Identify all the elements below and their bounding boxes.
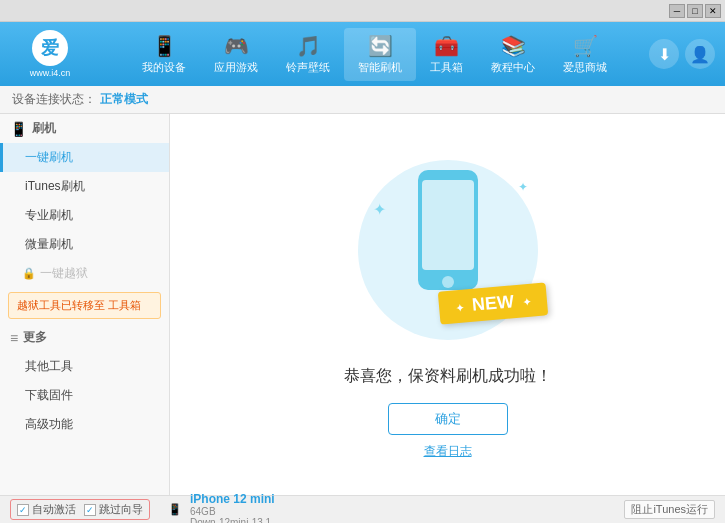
checkbox-skip-wizard-label: 跳过向导 — [99, 502, 143, 517]
checkbox-auto-start-box[interactable]: ✓ — [17, 504, 29, 516]
apps-games-icon: 🎮 — [224, 34, 249, 58]
nav-item-store[interactable]: 🛒 爱思商城 — [549, 28, 621, 81]
sidebar: 📱 刷机 一键刷机 iTunes刷机 专业刷机 微量刷机 🔒 一键越狱 越狱工具… — [0, 114, 170, 495]
logo-icon: 爱 — [32, 30, 68, 66]
success-message: 恭喜您，保资料刷机成功啦！ — [344, 366, 552, 387]
logo-url: www.i4.cn — [30, 68, 71, 78]
checkbox-skip-wizard-box[interactable]: ✓ — [84, 504, 96, 516]
status-label: 设备连接状态： — [12, 91, 96, 108]
sidebar-item-one-key-restore: 🔒 一键越狱 — [0, 259, 169, 288]
checkbox-skip-wizard[interactable]: ✓ 跳过向导 — [84, 502, 143, 517]
nav-label-tutorials: 教程中心 — [491, 60, 535, 75]
nav-item-my-device[interactable]: 📱 我的设备 — [128, 28, 200, 81]
sidebar-section-more-label: 更多 — [23, 329, 47, 346]
sidebar-item-other-tools[interactable]: 其他工具 — [0, 352, 169, 381]
download-button[interactable]: ⬇ — [649, 39, 679, 69]
sidebar-item-micro-flash[interactable]: 微量刷机 — [0, 230, 169, 259]
flash-section-icon: 📱 — [10, 121, 27, 137]
status-value: 正常模式 — [100, 91, 148, 108]
phone-svg — [413, 170, 483, 300]
sidebar-item-one-key-flash[interactable]: 一键刷机 — [0, 143, 169, 172]
svg-point-2 — [442, 276, 454, 288]
nav-label-toolbox: 工具箱 — [430, 60, 463, 75]
nav-label-my-device: 我的设备 — [142, 60, 186, 75]
device-phone-icon: 📱 — [168, 503, 182, 516]
maximize-button[interactable]: □ — [687, 4, 703, 18]
toolbox-icon: 🧰 — [434, 34, 459, 58]
device-storage: 64GB — [190, 506, 275, 517]
main-content: ✦ ✦ NEW 恭喜您，保资料刷机成功啦！ 确定 查看日志 — [170, 114, 725, 495]
nav-item-apps-games[interactable]: 🎮 应用游戏 — [200, 28, 272, 81]
itunes-button[interactable]: 阻止iTunes运行 — [624, 500, 715, 519]
nav-label-ringtones: 铃声壁纸 — [286, 60, 330, 75]
phone-illustration: ✦ ✦ NEW — [348, 150, 548, 350]
device-info: iPhone 12 mini 64GB Down-12mini-13,1 — [190, 492, 275, 524]
ringtones-icon: 🎵 — [296, 34, 321, 58]
nav-label-apps-games: 应用游戏 — [214, 60, 258, 75]
device-model: Down-12mini-13,1 — [190, 517, 275, 524]
sidebar-section-flash: 📱 刷机 — [0, 114, 169, 143]
sidebar-warning-box: 越狱工具已转移至 工具箱 — [8, 292, 161, 319]
user-button[interactable]: 👤 — [685, 39, 715, 69]
close-button[interactable]: ✕ — [705, 4, 721, 18]
checkbox-auto-start-label: 自动激活 — [32, 502, 76, 517]
nav-right: ⬇ 👤 — [649, 39, 715, 69]
title-bar: ─ □ ✕ — [0, 0, 725, 22]
sidebar-section-more: ≡ 更多 — [0, 323, 169, 352]
confirm-button[interactable]: 确定 — [388, 403, 508, 435]
sidebar-item-download-firmware[interactable]: 下载固件 — [0, 381, 169, 410]
sidebar-item-pro-flash[interactable]: 专业刷机 — [0, 201, 169, 230]
nav-label-store: 爱思商城 — [563, 60, 607, 75]
nav-item-smart-flash[interactable]: 🔄 智能刷机 — [344, 28, 416, 81]
checkbox-auto-start[interactable]: ✓ 自动激活 — [17, 502, 76, 517]
sparkle-tl: ✦ — [373, 200, 386, 219]
svg-rect-1 — [422, 180, 474, 270]
nav-items: 📱 我的设备 🎮 应用游戏 🎵 铃声壁纸 🔄 智能刷机 🧰 工具箱 📚 教程中心… — [100, 28, 649, 81]
sidebar-item-itunes-flash[interactable]: iTunes刷机 — [0, 172, 169, 201]
nav-item-tutorials[interactable]: 📚 教程中心 — [477, 28, 549, 81]
my-device-icon: 📱 — [152, 34, 177, 58]
lock-icon: 🔒 — [22, 267, 36, 280]
sparkle-tr: ✦ — [518, 180, 528, 194]
more-section-icon: ≡ — [10, 330, 18, 346]
log-link[interactable]: 查看日志 — [424, 443, 472, 460]
sidebar-section-flash-label: 刷机 — [32, 120, 56, 137]
minimize-button[interactable]: ─ — [669, 4, 685, 18]
tutorials-icon: 📚 — [501, 34, 526, 58]
smart-flash-icon: 🔄 — [368, 34, 393, 58]
content-area: 📱 刷机 一键刷机 iTunes刷机 专业刷机 微量刷机 🔒 一键越狱 越狱工具… — [0, 114, 725, 495]
store-icon: 🛒 — [573, 34, 598, 58]
nav-item-toolbox[interactable]: 🧰 工具箱 — [416, 28, 477, 81]
nav-label-smart-flash: 智能刷机 — [358, 60, 402, 75]
device-name: iPhone 12 mini — [190, 492, 275, 506]
logo-area: 爱 www.i4.cn — [10, 30, 90, 78]
header: 爱 www.i4.cn 📱 我的设备 🎮 应用游戏 🎵 铃声壁纸 🔄 智能刷机 … — [0, 22, 725, 86]
nav-item-ringtones[interactable]: 🎵 铃声壁纸 — [272, 28, 344, 81]
checkboxes-container: ✓ 自动激活 ✓ 跳过向导 — [10, 499, 150, 520]
status-bar: 设备连接状态： 正常模式 — [0, 86, 725, 114]
device-bar: ✓ 自动激活 ✓ 跳过向导 📱 iPhone 12 mini 64GB Down… — [0, 495, 725, 523]
sidebar-item-advanced[interactable]: 高级功能 — [0, 410, 169, 439]
